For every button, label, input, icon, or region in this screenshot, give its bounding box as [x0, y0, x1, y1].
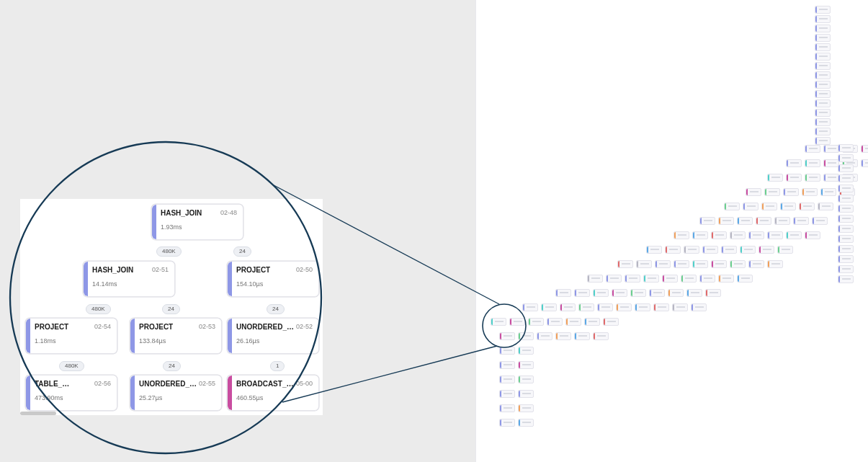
mini-node[interactable] — [805, 159, 820, 167]
mini-node[interactable] — [684, 246, 699, 254]
plan-node[interactable]: BROADCAST_…05-00460.55µs — [227, 375, 319, 411]
mini-node[interactable] — [730, 260, 746, 268]
mini-node[interactable] — [746, 188, 761, 196]
mini-node[interactable] — [805, 145, 820, 153]
mini-node[interactable] — [672, 303, 688, 311]
mini-node[interactable] — [815, 128, 831, 136]
mini-node[interactable] — [799, 203, 815, 210]
plan-node[interactable]: TABLE_…02-56473.90ms — [25, 375, 117, 411]
mini-node[interactable] — [668, 289, 684, 297]
mini-node[interactable] — [838, 144, 854, 152]
mini-node[interactable] — [518, 376, 534, 383]
mini-node[interactable] — [699, 275, 715, 283]
mini-node[interactable] — [655, 260, 671, 268]
mini-node[interactable] — [625, 275, 640, 283]
plan-node[interactable]: UNORDERED_…02-5525.27µs — [130, 375, 222, 411]
mini-node[interactable] — [522, 303, 538, 311]
mini-node[interactable] — [499, 376, 515, 383]
mini-node[interactable] — [815, 15, 831, 23]
mini-node[interactable] — [838, 164, 854, 172]
mini-node[interactable] — [815, 43, 831, 51]
mini-node[interactable] — [593, 289, 609, 297]
mini-node[interactable] — [674, 231, 689, 239]
plan-node[interactable]: UNORDERED_…02-5226.16µs — [227, 318, 319, 354]
mini-node[interactable] — [518, 361, 534, 369]
mini-node[interactable] — [603, 318, 619, 326]
mini-node[interactable] — [740, 246, 756, 254]
mini-node[interactable] — [518, 332, 534, 340]
mini-node[interactable] — [649, 289, 665, 297]
mini-node[interactable] — [838, 205, 854, 213]
mini-node[interactable] — [767, 260, 783, 268]
mini-node[interactable] — [560, 303, 576, 311]
mini-node[interactable] — [774, 217, 790, 225]
mini-node[interactable] — [767, 231, 783, 239]
mini-node[interactable] — [786, 231, 802, 239]
mini-node[interactable] — [617, 260, 633, 268]
mini-node[interactable] — [815, 137, 831, 145]
mini-node[interactable] — [692, 260, 708, 268]
mini-node[interactable] — [812, 217, 828, 225]
mini-node[interactable] — [702, 246, 718, 254]
mini-node[interactable] — [578, 303, 594, 311]
mini-node[interactable] — [711, 231, 727, 239]
mini-node[interactable] — [518, 419, 534, 427]
mini-node[interactable] — [838, 215, 854, 223]
mini-node[interactable] — [780, 203, 796, 210]
mini-node[interactable] — [838, 275, 854, 283]
mini-node[interactable] — [646, 246, 662, 254]
mini-node[interactable] — [721, 246, 737, 254]
mini-node[interactable] — [815, 25, 831, 32]
mini-node[interactable] — [555, 332, 571, 340]
mini-node[interactable] — [718, 275, 734, 283]
mini-node[interactable] — [643, 275, 659, 283]
mini-node[interactable] — [861, 159, 868, 167]
mini-node[interactable] — [777, 246, 793, 254]
mini-node[interactable] — [499, 347, 515, 355]
mini-node[interactable] — [499, 419, 515, 427]
mini-node[interactable] — [748, 260, 764, 268]
mini-node[interactable] — [711, 260, 727, 268]
mini-node[interactable] — [815, 90, 831, 98]
mini-node[interactable] — [681, 275, 697, 283]
mini-node[interactable] — [699, 217, 715, 225]
mini-node[interactable] — [692, 231, 708, 239]
mini-node[interactable] — [823, 159, 839, 167]
mini-node[interactable] — [838, 195, 854, 203]
mini-node[interactable] — [636, 260, 652, 268]
mini-node[interactable] — [616, 303, 632, 311]
mini-node[interactable] — [597, 303, 613, 311]
mini-node[interactable] — [547, 318, 563, 326]
mini-node[interactable] — [691, 303, 707, 311]
mini-node[interactable] — [838, 265, 854, 273]
mini-node[interactable] — [518, 390, 534, 398]
mini-node[interactable] — [674, 260, 689, 268]
mini-node[interactable] — [565, 318, 581, 326]
mini-node[interactable] — [748, 231, 764, 239]
mini-node[interactable] — [756, 217, 771, 225]
mini-node[interactable] — [491, 318, 506, 326]
mini-node[interactable] — [574, 289, 590, 297]
mini-node[interactable] — [838, 174, 854, 182]
plan-node[interactable]: PROJECT02-53133.84µs — [130, 318, 222, 354]
mini-node[interactable] — [730, 231, 746, 239]
mini-node[interactable] — [815, 99, 831, 107]
mini-node[interactable] — [838, 154, 854, 162]
mini-node[interactable] — [528, 318, 544, 326]
mini-node[interactable] — [587, 275, 603, 283]
mini-node[interactable] — [823, 174, 839, 182]
mini-node[interactable] — [499, 332, 515, 340]
mini-node[interactable] — [805, 231, 820, 239]
horizontal-scrollbar[interactable] — [20, 412, 56, 415]
mini-node[interactable] — [815, 81, 831, 89]
mini-node[interactable] — [630, 289, 646, 297]
mini-node[interactable] — [802, 188, 818, 196]
mini-node[interactable] — [818, 203, 833, 210]
mini-node[interactable] — [861, 145, 868, 153]
mini-node[interactable] — [606, 275, 622, 283]
mini-node[interactable] — [509, 318, 525, 326]
overview-panel[interactable] — [475, 0, 868, 462]
mini-node[interactable] — [686, 289, 702, 297]
mini-node[interactable] — [783, 188, 799, 196]
plan-node[interactable]: HASH_JOIN02-481.93ms — [151, 204, 243, 240]
